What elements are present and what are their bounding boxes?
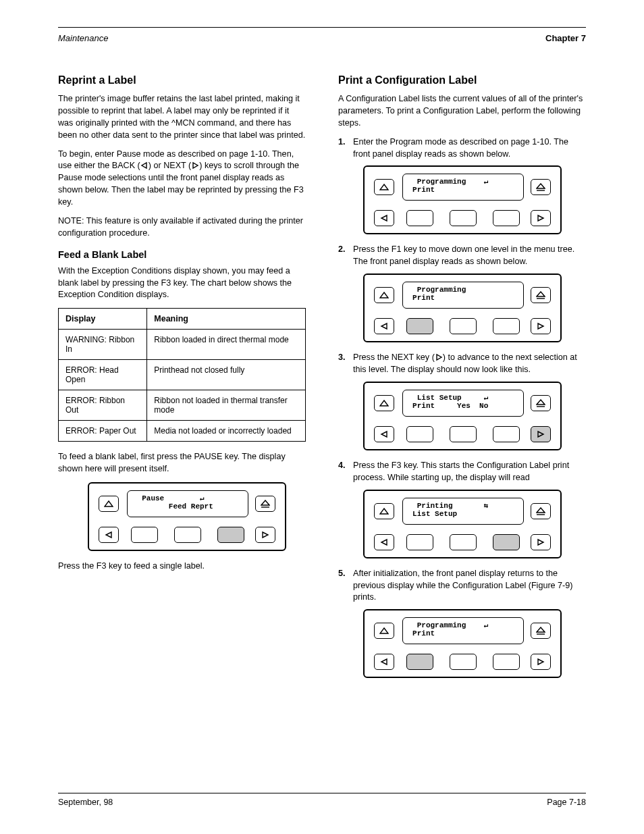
up-button[interactable] bbox=[374, 503, 394, 519]
f1-key[interactable] bbox=[406, 210, 433, 226]
step-3: 3. Press the NEXT key () to advance to t… bbox=[338, 352, 586, 376]
heading-reprint: Reprint a Label bbox=[58, 74, 306, 86]
triangle-right-icon bbox=[537, 322, 545, 330]
f1-key[interactable] bbox=[406, 426, 433, 442]
up-button[interactable] bbox=[374, 395, 394, 411]
f1-key[interactable] bbox=[406, 654, 433, 670]
step-5: 5. After initialization, the front panel… bbox=[338, 568, 586, 604]
svg-marker-17 bbox=[437, 355, 441, 360]
triangle-left-icon bbox=[105, 531, 113, 539]
f3-key[interactable] bbox=[493, 654, 520, 670]
control-panel: List Setup ↵ Print Yes No bbox=[363, 382, 562, 450]
step-4: 4. Press the F3 key. This starts the Con… bbox=[338, 460, 586, 484]
next-icon bbox=[191, 161, 199, 170]
back-button[interactable] bbox=[374, 318, 394, 334]
triangle-up-icon bbox=[379, 292, 389, 298]
f3-key[interactable] bbox=[493, 210, 520, 226]
f3-key[interactable] bbox=[217, 527, 244, 543]
control-panel: Programming ↵ Print bbox=[363, 165, 562, 234]
next-button[interactable] bbox=[531, 534, 551, 550]
up-button[interactable] bbox=[374, 623, 394, 639]
triangle-up-icon bbox=[104, 500, 113, 507]
svg-marker-28 bbox=[380, 628, 388, 633]
eject-button[interactable] bbox=[255, 496, 275, 512]
triangle-up-icon bbox=[379, 508, 389, 515]
triangle-left-icon bbox=[380, 430, 388, 438]
right-column: Print a Configuration Label A Configurat… bbox=[338, 74, 586, 687]
eject-button[interactable] bbox=[531, 395, 551, 411]
next-button[interactable] bbox=[531, 426, 551, 442]
f1-key[interactable] bbox=[131, 527, 158, 543]
svg-marker-5 bbox=[106, 532, 111, 538]
back-button[interactable] bbox=[99, 527, 119, 543]
svg-marker-21 bbox=[381, 432, 387, 437]
svg-marker-6 bbox=[263, 532, 268, 538]
svg-marker-3 bbox=[261, 500, 269, 505]
table-row: ERROR: Ribbon Out Ribbon not loaded in t… bbox=[59, 390, 306, 421]
svg-marker-24 bbox=[537, 508, 545, 513]
triangle-right-icon bbox=[261, 531, 269, 539]
svg-marker-2 bbox=[105, 501, 113, 506]
eject-icon bbox=[261, 500, 270, 508]
eject-icon bbox=[536, 627, 545, 635]
eject-button[interactable] bbox=[531, 287, 551, 303]
triangle-left-icon bbox=[380, 658, 388, 666]
lcd-display: Programming ↵ Print bbox=[402, 617, 524, 644]
heading-config: Print a Configuration Label bbox=[338, 74, 586, 86]
svg-marker-32 bbox=[538, 659, 543, 664]
feed-para-3: Press the F3 key to feed a single label. bbox=[58, 561, 306, 573]
svg-marker-23 bbox=[380, 509, 388, 514]
svg-marker-8 bbox=[537, 184, 545, 188]
triangle-left-icon bbox=[380, 214, 388, 222]
f2-key[interactable] bbox=[450, 318, 477, 334]
triangle-up-icon bbox=[379, 400, 389, 407]
back-button[interactable] bbox=[374, 426, 394, 442]
triangle-up-icon bbox=[379, 184, 389, 190]
footer-page: Page 7-18 bbox=[547, 798, 586, 807]
reprint-note: NOTE: This feature is only available if … bbox=[58, 215, 306, 240]
left-column: Reprint a Label The printer's image buff… bbox=[58, 74, 306, 687]
back-button[interactable] bbox=[374, 210, 394, 226]
f2-key[interactable] bbox=[450, 426, 477, 442]
f1-key[interactable] bbox=[406, 318, 433, 334]
f2-key[interactable] bbox=[174, 527, 201, 543]
f1-key[interactable] bbox=[406, 534, 433, 550]
f2-key[interactable] bbox=[450, 654, 477, 670]
svg-marker-7 bbox=[380, 184, 388, 190]
next-button[interactable] bbox=[531, 654, 551, 670]
heading-feed: Feed a Blank Label bbox=[58, 249, 306, 260]
next-icon bbox=[435, 353, 443, 361]
lcd-display: Programming Print bbox=[402, 282, 524, 309]
step-1: 1. Enter the Program mode as described o… bbox=[338, 136, 586, 161]
back-button[interactable] bbox=[374, 534, 394, 550]
eject-button[interactable] bbox=[531, 503, 551, 519]
reprint-para-1: The printer's image buffer retains the l… bbox=[58, 93, 306, 142]
eject-button[interactable] bbox=[531, 179, 551, 195]
f3-key[interactable] bbox=[493, 534, 520, 550]
footer-date: September, 98 bbox=[58, 798, 113, 807]
feed-para-1: With the Exception Conditions display sh… bbox=[58, 265, 306, 302]
page-footer: September, 98 Page 7-18 bbox=[58, 793, 586, 807]
next-button[interactable] bbox=[531, 318, 551, 334]
up-button[interactable] bbox=[374, 287, 394, 303]
table-row: ERROR: Head Open Printhead not closed fu… bbox=[59, 360, 306, 390]
f2-key[interactable] bbox=[450, 534, 477, 550]
f2-key[interactable] bbox=[450, 210, 477, 226]
table-header: Meaning bbox=[147, 309, 306, 330]
eject-button[interactable] bbox=[531, 623, 551, 639]
next-button[interactable] bbox=[255, 527, 275, 543]
table-row: ERROR: Paper Out Media not loaded or inc… bbox=[59, 421, 306, 442]
back-button[interactable] bbox=[374, 654, 394, 670]
f3-key[interactable] bbox=[493, 318, 520, 334]
up-button[interactable] bbox=[99, 496, 119, 512]
triangle-right-icon bbox=[537, 214, 545, 222]
svg-marker-19 bbox=[537, 400, 545, 405]
eject-icon bbox=[536, 399, 545, 407]
triangle-left-icon bbox=[380, 322, 388, 330]
svg-marker-26 bbox=[381, 540, 387, 545]
up-button[interactable] bbox=[374, 179, 394, 195]
triangle-up-icon bbox=[379, 627, 389, 634]
f3-key[interactable] bbox=[493, 426, 520, 442]
svg-marker-29 bbox=[537, 627, 545, 632]
next-button[interactable] bbox=[531, 210, 551, 226]
